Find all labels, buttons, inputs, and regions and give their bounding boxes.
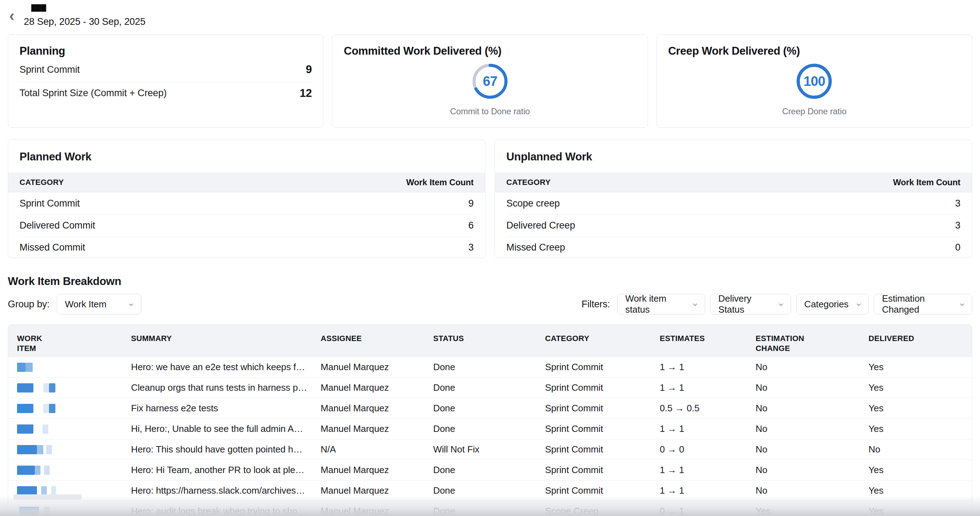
chevron-down-icon: ⌄ [958, 298, 966, 308]
breakdown-controls: Group by: Work Item ⌄ Filters: Work item… [8, 294, 972, 315]
estimation-change-cell: No [747, 465, 860, 476]
creep-gauge-value: 100 [795, 62, 833, 100]
category-cell: Sprint Commit [536, 465, 651, 476]
work-item-row[interactable]: Hero: we have an e2e test which keeps fa… [8, 357, 972, 377]
estimates-cell: 1 → 1 [651, 485, 747, 496]
planned-work-card: Planned Work CATEGORY Work Item Count Sp… [8, 140, 485, 258]
estimates-cell: 0.5 → 0.5 [651, 403, 747, 414]
work-item-row[interactable]: Fix harness e2e tests Manuel Marquez Don… [8, 398, 972, 418]
redacted-work-item-id [17, 363, 118, 372]
assignee-cell: Manuel Marquez [312, 423, 424, 434]
redacted-work-item-id [17, 445, 118, 454]
planning-card-title: Planning [19, 45, 312, 57]
assignee-cell: Manuel Marquez [312, 382, 424, 393]
redacted-work-item-id [17, 504, 87, 516]
summary-cell: Hi, Hero:, Unable to see the full admin … [122, 423, 312, 434]
work-item-row[interactable]: Hero: https://harness.slack.com/archives… [8, 480, 972, 501]
creep-work-card: Creep Work Delivered (%) 100 Creep Done … [657, 35, 972, 128]
delivered-cell: No [860, 444, 972, 455]
col-header-delivered: DELIVERED [860, 325, 972, 343]
work-item-row[interactable]: Cleanup orgs that runs tests in harness … [8, 377, 972, 398]
delivered-cell: Yes [860, 506, 972, 516]
work-item-table: WORK ITEM SUMMARY ASSIGNEE STATUS CATEGO… [8, 324, 972, 516]
estimates-cell: 0 → 0 [651, 444, 747, 455]
planned-work-title: Planned Work [8, 140, 485, 173]
category-cell: Sprint Commit [536, 444, 651, 455]
category-cell: Sprint Commit [536, 362, 651, 373]
work-item-id-cell [8, 383, 122, 392]
status-cell: Done [424, 506, 536, 516]
sprint-date-range: 28 Sep, 2025 - 30 Sep, 2025 [24, 16, 146, 27]
planning-metric-label: Sprint Commit [19, 64, 80, 75]
group-by-select[interactable]: Work Item ⌄ [57, 294, 141, 314]
committed-gauge-caption: Commit to Done ratio [450, 106, 530, 116]
filter-label: Work item status [625, 293, 686, 315]
summary-cell: Hero: audit logs break when trying to sh… [122, 506, 312, 516]
status-cell: Done [424, 485, 536, 496]
category-cell: Sprint Commit [536, 382, 651, 393]
unplanned-work-row: Scope creep 3 [506, 192, 961, 214]
back-chevron-icon: ‹ [9, 7, 14, 24]
assignee-cell: N/A [312, 444, 424, 455]
filter-label: Estimation Changed [882, 293, 953, 315]
planned-row-label: Missed Commit [19, 242, 85, 253]
planned-row-count: 6 [468, 220, 474, 231]
filter-select[interactable]: Estimation Changed ⌄ [874, 294, 972, 314]
estimates-cell: 1 → 1 [651, 382, 747, 393]
filter-select[interactable]: Categories ⌄ [796, 294, 869, 314]
assignee-cell: Manuel Marquez [312, 465, 424, 476]
planning-metric-label: Total Sprint Size (Commit + Creep) [19, 88, 167, 98]
col-header-work-item: WORK ITEM [8, 325, 122, 354]
work-item-id-cell [8, 363, 122, 372]
work-item-id-cell [8, 465, 122, 475]
planned-work-row: Missed Commit 3 [19, 237, 474, 258]
work-item-row[interactable]: Hero: This should have gotten pointed he… [8, 439, 972, 460]
unplanned-work-header: CATEGORY Work Item Count [495, 173, 972, 192]
unplanned-row-count: 3 [955, 220, 961, 231]
filter-label: Delivery Status [718, 293, 772, 315]
estimates-cell: 0 → 1 [651, 506, 747, 516]
work-item-row[interactable]: Hi, Hero:, Unable to see the full admin … [8, 418, 972, 439]
status-cell: Done [424, 423, 536, 434]
planning-card: Planning Sprint Commit 9 Total Sprint Si… [8, 35, 323, 128]
estimation-change-cell: No [747, 423, 860, 434]
unplanned-work-row: Delivered Creep 3 [506, 214, 961, 237]
summary-cell: Hero: This should have gotten pointed he… [122, 444, 312, 455]
category-cell: Sprint Commit [536, 423, 651, 434]
chevron-down-icon: ⌄ [777, 298, 785, 308]
delivered-cell: Yes [860, 485, 972, 496]
summary-cards-row: Planning Sprint Commit 9 Total Sprint Si… [8, 35, 972, 128]
planning-metric-row: Total Sprint Size (Commit + Creep) 12 [19, 82, 312, 104]
unplanned-work-title: Unplanned Work [495, 140, 972, 173]
redacted-work-item-id [17, 486, 118, 495]
planned-work-row: Delivered Commit 6 [19, 214, 474, 237]
work-item-id-cell [8, 504, 122, 516]
unplanned-work-row: Missed Creep 0 [506, 237, 961, 258]
work-item-row[interactable]: Hero: Hi Team, another PR to look at ple… [8, 460, 972, 480]
planned-count-header: Work Item Count [406, 178, 474, 187]
estimates-cell: 1 → 1 [651, 423, 747, 434]
committed-work-title: Committed Work Delivered (%) [344, 45, 636, 57]
status-cell: Will Not Fix [424, 444, 536, 455]
back-button[interactable]: ‹ [9, 8, 14, 24]
estimates-cell: 1 → 1 [651, 362, 747, 373]
chevron-down-icon: ⌄ [127, 298, 135, 308]
work-item-row[interactable]: Hero: audit logs break when trying to sh… [8, 501, 972, 516]
summary-cell: Fix harness e2e tests [122, 403, 312, 414]
page-header: ‹ 28 Sep, 2025 - 30 Sep, 2025 [0, 0, 980, 35]
planned-work-row: Sprint Commit 9 [19, 192, 474, 214]
committed-gauge: 67 [471, 62, 509, 100]
delivered-cell: Yes [860, 362, 972, 373]
planned-row-label: Delivered Commit [19, 220, 95, 231]
col-header-category: CATEGORY [536, 325, 651, 343]
filter-select[interactable]: Work item status ⌄ [617, 294, 705, 314]
filter-select[interactable]: Delivery Status ⌄ [710, 294, 791, 314]
summary-cell: Hero: we have an e2e test which keeps fa… [122, 362, 312, 373]
status-cell: Done [424, 403, 536, 414]
delivered-cell: Yes [860, 403, 972, 414]
col-header-estimates: ESTIMATES [651, 325, 747, 343]
estimation-change-cell: No [747, 403, 860, 414]
group-by-label: Group by: [8, 299, 50, 310]
work-item-id-cell [8, 486, 122, 495]
redacted-work-item-id [17, 465, 118, 475]
